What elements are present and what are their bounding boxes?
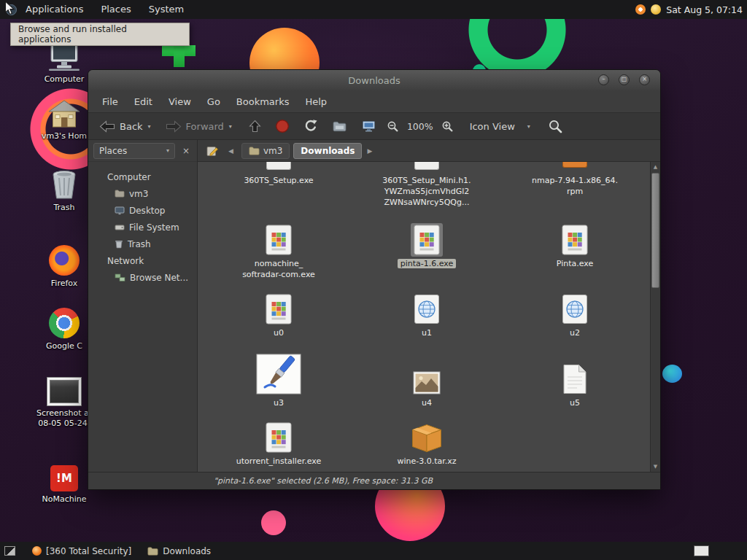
view-mode-dropdown-icon: ▾ [527, 123, 530, 130]
installer-icon [263, 223, 295, 257]
window-title: Downloads [348, 75, 400, 86]
desktop-icon-firefox[interactable]: Firefox [32, 242, 96, 289]
package-icon [409, 422, 445, 454]
bottom-panel: [360 Total Security]Downloads [0, 542, 747, 560]
file-pinta-exe[interactable]: Pinta.exe [506, 219, 644, 269]
file-wine-3-0-tar-xz[interactable]: wine-3.0.tar.xz [357, 416, 496, 467]
panel-menus: ApplicationsPlacesSystem [17, 0, 193, 19]
computer-button[interactable] [362, 120, 376, 132]
file-u0[interactable]: u0 [209, 288, 348, 338]
content-pane: ◀ vm3Downloads ▶ 360TS_Setup.exe360TS_Se… [198, 140, 660, 472]
scroll-up-icon[interactable]: ▲ [651, 162, 660, 172]
file-nmap-7-94-1-x86-64[interactable]: nmap-7.94-1.x86_64. rpm [506, 162, 644, 197]
sidebar-item-vm3[interactable]: vm3 [88, 185, 197, 202]
clock[interactable]: Sat Aug 5, 07:14 [666, 4, 743, 15]
file-360ts-setup-exe[interactable]: 360TS_Setup.exe [209, 162, 348, 186]
menu-edit[interactable]: Edit [126, 96, 160, 107]
close-button[interactable]: × [639, 74, 650, 85]
pathbar-button-vm3[interactable]: vm3 [241, 143, 290, 159]
network-small-icon [115, 273, 125, 282]
top-panel: ApplicationsPlacesSystem Sat Aug 5, 07:1… [0, 0, 747, 19]
file-u1[interactable]: u1 [357, 288, 496, 338]
folder-small-icon [115, 190, 125, 198]
menubar: FileEditViewGoBookmarksHelp [88, 90, 660, 112]
file-utorrent-installer-exe[interactable]: utorrent_installer.exe [209, 416, 348, 467]
file-360ts-setup-mini-h1[interactable]: 360TS_Setup_Mini.h1. YWZmaS5jcmVhdGl2 ZW… [357, 162, 496, 208]
sidebar-item-browse-net[interactable]: Browse Net... [88, 269, 197, 286]
edit-location-button[interactable] [206, 145, 219, 157]
panel-menu-places[interactable]: Places [92, 0, 139, 19]
nomachine-icon: !M [50, 465, 78, 491]
minimize-button[interactable]: – [598, 74, 609, 85]
back-button[interactable]: Back ▾ [94, 118, 156, 135]
forward-icon [166, 120, 182, 133]
file-u2[interactable]: u2 [506, 288, 644, 338]
up-button[interactable] [249, 120, 261, 133]
zoom-level: 100% [407, 121, 433, 132]
menu-go[interactable]: Go [199, 96, 228, 107]
forward-button[interactable]: Forward ▾ [160, 118, 237, 135]
desktop-icon-screenshot-at[interactable]: Screenshot at 08-05 05-24- [32, 372, 96, 429]
file-u4[interactable]: u4 [357, 345, 496, 408]
file-u3[interactable]: u3 [209, 345, 348, 408]
sidebar: Places ▾ × Computervm3DesktopFile System… [88, 140, 198, 472]
installer-icon [559, 223, 591, 257]
menu-bookmarks[interactable]: Bookmarks [228, 96, 298, 107]
refresh-button[interactable] [303, 119, 318, 133]
scrollbar-thumb[interactable] [651, 173, 659, 288]
pathbar-button-downloads[interactable]: Downloads [293, 143, 362, 159]
search-button[interactable] [548, 119, 562, 133]
workspace-switcher[interactable] [694, 545, 709, 556]
back-dropdown-icon[interactable]: ▾ [148, 123, 151, 130]
file-pinta-1-6-exe[interactable]: pinta-1.6.exe [357, 219, 496, 269]
task-360-total-security[interactable]: [360 Total Security] [24, 542, 139, 560]
show-desktop-button[interactable] [4, 546, 15, 556]
desktop-icon-google-c[interactable]: Google C [32, 305, 96, 351]
path-scroll-left-icon[interactable]: ◀ [226, 147, 236, 155]
file-nomachine[interactable]: nomachine_ softradar-com.exe [209, 219, 348, 280]
file-manager-window: Downloads – □ × FileEditViewGoBookmarksH… [88, 69, 661, 490]
sidebar-item-desktop[interactable]: Desktop [88, 202, 197, 219]
panel-menu-system[interactable]: System [140, 0, 193, 19]
forward-dropdown-icon[interactable]: ▾ [229, 123, 232, 130]
globe-icon [411, 292, 443, 326]
scroll-down-icon[interactable]: ▼ [651, 462, 660, 472]
home-folder-button[interactable] [333, 121, 347, 132]
titlebar[interactable]: Downloads – □ × [88, 70, 660, 90]
sidebar-item-trash[interactable]: Trash [88, 236, 197, 252]
zoom-out-button[interactable] [387, 120, 399, 133]
path-scroll-right-icon[interactable]: ▶ [365, 147, 374, 155]
notifier-tray-icon[interactable] [651, 4, 661, 15]
installer-icon [266, 162, 291, 170]
desktop-icon-trash[interactable]: Trash [32, 166, 96, 213]
view-mode-select[interactable]: Icon View ▾ [464, 119, 536, 134]
360-security-tray-icon[interactable] [635, 4, 646, 15]
pathbar-buttons: vm3Downloads [241, 143, 362, 159]
zoom-in-button[interactable] [441, 120, 454, 133]
file-u5[interactable]: u5 [506, 345, 644, 408]
sidebar-item-network[interactable]: Network [88, 252, 197, 269]
desktop-icon-nomachine[interactable]: !MNoMachine [32, 458, 96, 505]
menu-view[interactable]: View [160, 96, 199, 107]
desktop-icon-vm3-s-hom[interactable]: vm3's Hom [32, 95, 96, 141]
trash-icon [49, 169, 80, 200]
trash-small-icon [115, 239, 123, 249]
workspace-1[interactable] [694, 545, 709, 556]
installer-icon [263, 292, 295, 326]
sidebar-close-button[interactable]: × [182, 146, 190, 156]
sidebar-item-computer[interactable]: Computer [88, 168, 197, 185]
panel-tray: Sat Aug 5, 07:14 [635, 4, 747, 15]
task-downloads[interactable]: Downloads [139, 542, 219, 560]
stop-button[interactable] [275, 119, 290, 133]
vertical-scrollbar[interactable]: ▲ ▼ [650, 162, 660, 472]
maximize-button[interactable]: □ [619, 74, 630, 85]
desktop-small-icon [115, 206, 125, 215]
menu-help[interactable]: Help [297, 96, 335, 107]
sidebar-tree: Computervm3DesktopFile SystemTrashNetwor… [88, 162, 197, 286]
menu-file[interactable]: File [94, 96, 126, 107]
panel-menu-applications[interactable]: Applications [17, 0, 92, 19]
places-combo[interactable]: Places ▾ [93, 143, 175, 159]
sidebar-item-file-system[interactable]: File System [88, 219, 197, 236]
combo-dropdown-icon: ▾ [166, 147, 169, 154]
plain-file-icon [560, 362, 590, 396]
